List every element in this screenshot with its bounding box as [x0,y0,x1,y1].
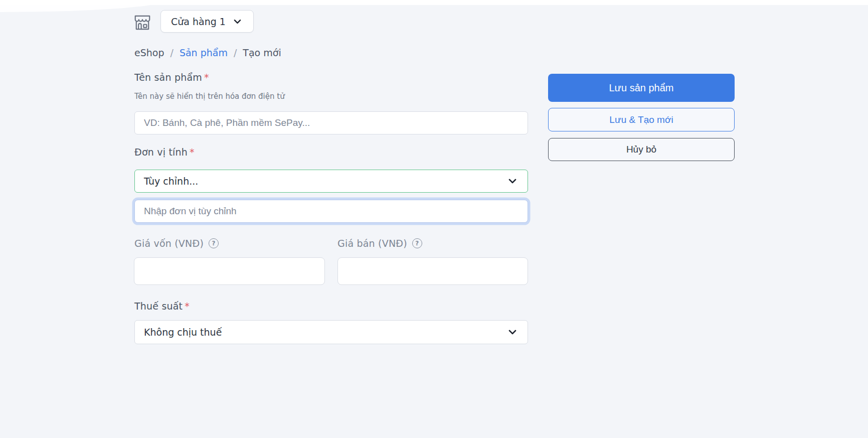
sell-price-label: Giá bán (VNĐ) ? [337,238,422,249]
cost-price-label: Giá vốn (VNĐ) ? [134,238,219,249]
top-band-curve [0,0,165,12]
unit-select[interactable]: Tùy chỉnh... [134,170,528,193]
save-product-button[interactable]: Lưu sản phẩm [548,74,735,102]
store-selector-label: Cửa hàng 1 [171,16,226,27]
breadcrumb-item-eshop[interactable]: eShop [134,47,164,58]
required-asterisk: * [204,72,209,83]
chevron-down-icon [234,19,241,24]
unit-label: Đơn vị tính* [134,147,195,158]
help-icon[interactable]: ? [412,238,422,248]
breadcrumb-separator: / [170,47,173,58]
required-asterisk: * [185,301,190,312]
cancel-button[interactable]: Hủy bỏ [548,138,735,161]
chevron-down-icon [508,179,516,184]
page: Cửa hàng 1 eShop / Sản phẩm / Tạo mới Tê… [0,0,868,438]
custom-unit-input[interactable] [134,200,528,223]
cost-price-input[interactable] [134,257,325,285]
product-name-label: Tên sản phẩm* [134,72,209,83]
breadcrumb-item-create: Tạo mới [243,47,281,58]
tax-select-value: Không chịu thuế [144,327,222,338]
store-selector-button[interactable]: Cửa hàng 1 [160,10,254,33]
chevron-down-icon [508,330,516,335]
help-icon[interactable]: ? [209,238,219,248]
breadcrumb-item-products[interactable]: Sản phẩm [180,47,228,58]
product-name-input[interactable] [134,111,528,134]
required-asterisk: * [190,147,195,158]
storefront-icon [133,15,151,31]
breadcrumb: eShop / Sản phẩm / Tạo mới [134,47,281,58]
product-name-helper-text: Tên này sẽ hiển thị trên hóa đơn điện tử [134,92,285,101]
tax-select[interactable]: Không chịu thuế [134,320,528,344]
tax-label: Thuế suất* [134,301,190,312]
save-and-create-new-button[interactable]: Lưu & Tạo mới [548,108,735,131]
sell-price-input[interactable] [337,257,528,285]
breadcrumb-separator: / [234,47,237,58]
unit-select-value: Tùy chỉnh... [144,176,198,187]
